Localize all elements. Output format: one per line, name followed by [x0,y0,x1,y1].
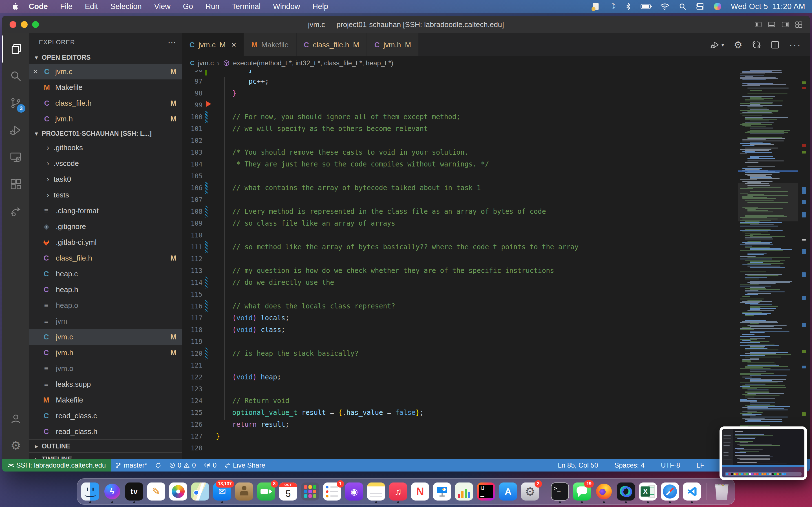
battery-icon[interactable] [641,4,651,9]
dock-facetime[interactable]: 8 [257,483,275,501]
title-bar[interactable]: jvm.c — project01-schauhan [SSH: labrado… [2,16,810,33]
dock-messenger[interactable]: ϟ [103,483,121,501]
tree-item-class_file.h[interactable]: Cclass_file.hM [29,250,182,266]
tree-item-jvm[interactable]: ≡jvm [29,313,182,329]
siri-icon[interactable] [714,3,721,10]
search-icon[interactable] [2,62,29,90]
open-editor-Makefile[interactable]: MMakefile [29,79,182,95]
dock-photos[interactable] [169,483,187,501]
tab-Makefile[interactable]: MMakefile [244,33,297,56]
explorer-more-actions-icon[interactable]: ⋯ [168,38,176,47]
menu-item-edit[interactable]: Edit [79,2,104,11]
zoom-window-button[interactable] [32,21,39,28]
wifi-icon[interactable] [660,3,669,10]
dock-safari[interactable] [661,483,679,501]
focus-mode-icon[interactable]: ☽ [608,2,616,11]
toggle-secondary-sidebar-icon[interactable] [781,21,789,28]
open-editor-jvm.c[interactable]: ×Cjvm.cM [29,64,182,79]
tree-item-heap.o[interactable]: ≡heap.o [29,297,182,313]
breadcrumb[interactable]: C jvm.c › execute(method_t *, int32_t *,… [182,56,810,70]
menu-item-run[interactable]: Run [199,2,226,11]
cursor-position[interactable]: Ln 85, Col 50 [554,461,602,469]
open-editor-class_file.h[interactable]: Cclass_file.hM [29,95,182,111]
explorer-icon[interactable] [2,36,29,62]
dock-vscode[interactable] [683,483,701,501]
overview-ruler[interactable] [801,70,808,459]
dock-reminders[interactable]: 1 [323,483,341,501]
minimap-viewport[interactable] [738,183,798,221]
extensions-icon[interactable] [2,171,29,198]
dock-apple-tv[interactable]: tv [125,483,143,501]
dock-intellij[interactable]: IJ [477,483,495,501]
tree-item-.vscode[interactable]: ›.vscode [29,156,182,171]
source-control-icon[interactable]: 3 [2,90,29,117]
dock-news[interactable]: N [411,483,429,501]
tree-item-jvm.c[interactable]: Cjvm.cM [29,329,182,345]
tree-item-.gitignore[interactable]: .gitignore [29,219,182,234]
close-icon[interactable]: × [231,40,236,50]
run-debug-icon[interactable] [2,117,29,144]
outline-section[interactable]: ▸ OUTLINE [29,439,182,452]
accounts-icon[interactable] [2,405,29,432]
close-icon[interactable]: × [29,67,42,76]
menu-extra-doc-icon[interactable] [593,3,599,10]
tree-item-heap.c[interactable]: Cheap.c [29,266,182,282]
dock-keynote[interactable] [433,483,451,501]
bluetooth-icon[interactable] [625,3,631,10]
tree-item-tests[interactable]: ›tests [29,187,182,203]
dock-trash[interactable] [713,483,731,501]
tree-item-heap.h[interactable]: Cheap.h [29,282,182,297]
tree-item-.gitlab-ci.yml[interactable]: .gitlab-ci.yml [29,234,182,250]
menu-item-file[interactable]: File [54,2,79,11]
tab-jvm.c[interactable]: Cjvm.cM× [182,33,244,56]
menu-item-terminal[interactable]: Terminal [225,2,267,11]
encoding[interactable]: UTF-8 [657,461,684,469]
menu-item-code[interactable]: Code [22,2,54,11]
sync-changes-item[interactable] [151,462,165,468]
menu-item-window[interactable]: Window [267,2,306,11]
customize-layout-icon[interactable] [795,21,802,28]
close-window-button[interactable] [10,21,16,28]
spotlight-icon[interactable] [679,3,686,10]
eol-sequence[interactable]: LF [693,461,708,469]
remote-explorer-icon[interactable] [2,144,29,171]
dock-webex[interactable] [617,483,635,501]
dock-excel[interactable]: X [639,483,657,501]
minimize-window-button[interactable] [21,21,28,28]
code-editor[interactable]: 96 }97 pc++;98 }99100 // For now, you sh… [182,70,810,459]
dock-podcasts[interactable]: ◉ [345,483,363,501]
screen-share-pip[interactable] [719,427,807,480]
editor-settings-icon[interactable]: ⚙ [734,40,742,50]
minimap[interactable] [738,70,798,459]
tree-item-read_class.c[interactable]: Cread_class.c [29,408,182,424]
tree-item-.githooks[interactable]: ›.githooks [29,140,182,156]
dock-pages[interactable]: ✎ [147,483,165,501]
git-branch-item[interactable]: master* [111,461,151,469]
live-share-icon[interactable] [2,198,29,225]
tab-class_file.h[interactable]: Cclass_file.hM [297,33,367,56]
control-center-icon[interactable] [696,4,704,9]
dock-mail[interactable]: ✉13,137 [213,483,231,501]
project-section[interactable]: ▾ PROJECT01-SCHAUHAN [SSH: L...] [29,127,182,140]
menu-clock[interactable]: Wed Oct 5 11:20 AM [731,2,805,11]
menu-item-go[interactable]: Go [177,2,199,11]
toggle-panel-icon[interactable] [768,21,775,28]
live-share-item[interactable]: Live Share [220,461,269,469]
remote-indicator[interactable]: >< SSH: labradoodle.caltech.edu [2,459,111,471]
tree-item-.clang-format[interactable]: ≡.clang-format [29,203,182,219]
split-editor-icon[interactable] [770,40,779,49]
dock-launchpad[interactable] [301,483,319,501]
tree-item-task0[interactable]: ›task0 [29,171,182,187]
tree-item-jvm.o[interactable]: ≡jvm.o [29,360,182,376]
dock-firefox[interactable] [595,483,613,501]
indentation[interactable]: Spaces: 4 [610,461,649,469]
settings-gear-icon[interactable]: ⚙ [2,432,29,459]
problems-item[interactable]: 0 0 [165,461,200,469]
dock-terminal[interactable]: >_ [551,483,569,501]
menu-item-view[interactable]: View [148,2,177,11]
dock-settings[interactable]: ⚙2 [521,483,539,501]
dock-calendar[interactable]: OCT5 [279,483,297,501]
dock-contacts[interactable] [235,483,253,501]
dock-maps[interactable] [191,483,209,501]
tab-jvm.h[interactable]: Cjvm.hM [367,33,419,56]
